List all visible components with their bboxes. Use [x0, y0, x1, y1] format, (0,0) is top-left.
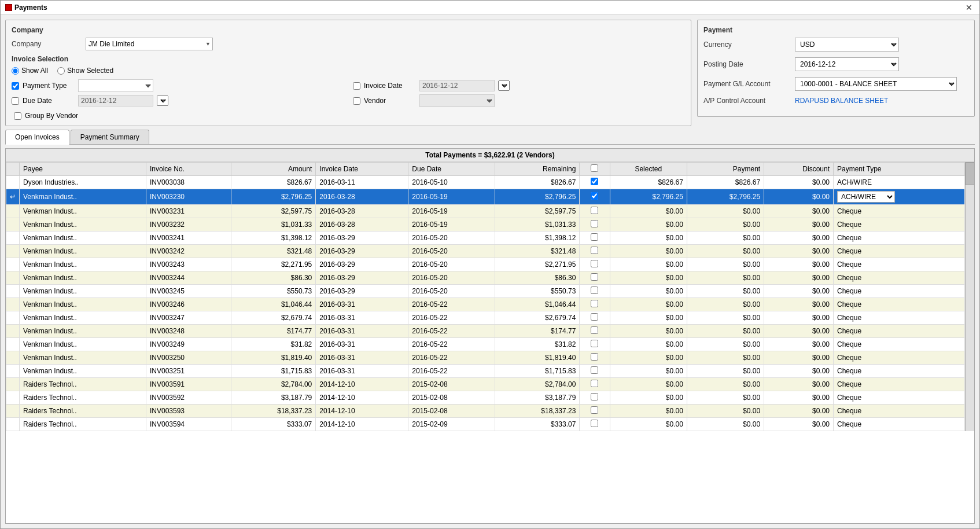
tab-open-invoices[interactable]: Open Invoices — [5, 130, 69, 145]
currency-select[interactable]: USD — [795, 38, 899, 52]
tabs-bar: Open Invoices Payment Summary — [5, 130, 975, 145]
cell-checkbox[interactable] — [580, 271, 610, 285]
row-select-checkbox[interactable] — [591, 340, 598, 347]
cell-payment-type: Cheque — [834, 271, 965, 285]
cell-due-date: 2016-05-19 — [408, 218, 495, 232]
cell-payment: $0.00 — [687, 218, 764, 232]
invoice-date-filter-label: Invoice Date — [364, 82, 416, 90]
invoice-selection-label: Invoice Selection — [12, 55, 685, 63]
cell-checkbox[interactable] — [580, 218, 610, 232]
cell-checkbox[interactable] — [580, 325, 610, 338]
vendor-filter-label: Vendor — [364, 97, 416, 105]
show-selected-radio[interactable] — [57, 67, 65, 75]
cell-payment-type[interactable]: ACH/WIRE — [834, 189, 965, 205]
vendor-checkbox[interactable] — [353, 97, 360, 105]
row-select-checkbox[interactable] — [591, 366, 598, 374]
row-select-checkbox[interactable] — [591, 393, 598, 401]
row-select-checkbox[interactable] — [591, 313, 598, 321]
cell-payment: $826.67 — [687, 176, 764, 189]
cell-remaining: $2,271.95 — [495, 258, 580, 271]
due-date-select[interactable]: ▼ — [157, 95, 168, 106]
table-row: Venkman Indust..INV003250$1,819.402016-0… — [6, 351, 965, 365]
select-all-checkbox[interactable] — [591, 164, 598, 172]
row-indicator — [6, 325, 20, 338]
invoice-date-checkbox[interactable] — [353, 82, 360, 90]
row-select-checkbox[interactable] — [591, 260, 598, 267]
cell-due-date: 2016-05-22 — [408, 338, 495, 351]
cell-checkbox[interactable] — [580, 176, 610, 189]
cell-payment-type: Cheque — [834, 205, 965, 218]
row-select-checkbox[interactable] — [591, 220, 598, 227]
col-remaining: Remaining — [495, 163, 580, 176]
cell-checkbox[interactable] — [580, 365, 610, 378]
cell-invoice-date: 2016-03-29 — [316, 271, 408, 285]
cell-checkbox[interactable] — [580, 351, 610, 365]
row-select-checkbox[interactable] — [591, 380, 598, 387]
cell-checkbox[interactable] — [580, 391, 610, 405]
cell-checkbox[interactable] — [580, 378, 610, 391]
row-select-checkbox[interactable] — [591, 300, 598, 307]
cell-remaining: $321.48 — [495, 245, 580, 258]
cell-selected-payment: $0.00 — [610, 311, 687, 325]
cell-discount: $0.00 — [764, 311, 834, 325]
row-select-checkbox[interactable] — [591, 286, 598, 294]
scrollbar[interactable] — [965, 162, 974, 431]
row-select-checkbox[interactable] — [591, 192, 598, 200]
cell-payment-type: Cheque — [834, 391, 965, 405]
cell-remaining: $550.73 — [495, 285, 580, 298]
table-body: Dyson Industries..INV003038$826.672016-0… — [6, 176, 965, 431]
vendor-select[interactable] — [419, 94, 495, 107]
due-date-input[interactable] — [78, 95, 153, 106]
cell-checkbox[interactable] — [580, 405, 610, 418]
cell-remaining: $86.30 — [495, 271, 580, 285]
cell-checkbox[interactable] — [580, 189, 610, 205]
close-button[interactable]: ✕ — [963, 3, 975, 12]
company-select[interactable]: JM Die Limited — [86, 38, 213, 50]
row-select-checkbox[interactable] — [591, 247, 598, 254]
show-all-radio-label[interactable]: Show All — [12, 67, 48, 75]
cell-remaining: $1,046.44 — [495, 298, 580, 311]
table-row: Raiders Technol..INV003593$18,337.232014… — [6, 405, 965, 418]
col-checkbox-all[interactable] — [580, 163, 610, 176]
cell-checkbox[interactable] — [580, 298, 610, 311]
cell-discount: $0.00 — [764, 176, 834, 189]
ap-control-link[interactable]: RDAPUSD BALANCE SHEET — [795, 97, 888, 105]
row-select-checkbox[interactable] — [591, 178, 598, 185]
cell-checkbox[interactable] — [580, 232, 610, 245]
cell-checkbox[interactable] — [580, 258, 610, 271]
invoice-date-input[interactable] — [419, 80, 495, 91]
cell-checkbox[interactable] — [580, 311, 610, 325]
payment-type-filter-select[interactable] — [78, 79, 153, 92]
row-select-checkbox[interactable] — [591, 326, 598, 334]
cell-invoice-no: INV003593 — [146, 405, 231, 418]
col-amount: Amount — [231, 163, 316, 176]
cell-invoice-date: 2016-03-28 — [316, 189, 408, 205]
scrollbar-thumb[interactable] — [966, 162, 975, 185]
cell-checkbox[interactable] — [580, 338, 610, 351]
cell-discount: $0.00 — [764, 271, 834, 285]
payment-type-checkbox[interactable] — [12, 82, 19, 90]
cell-payment-type: Cheque — [834, 365, 965, 378]
payment-gl-select[interactable]: 1000-0001 - BALANCE SHEET — [795, 77, 957, 91]
row-select-checkbox[interactable] — [591, 406, 598, 414]
row-select-checkbox[interactable] — [591, 420, 598, 427]
cell-checkbox[interactable] — [580, 418, 610, 431]
cell-checkbox[interactable] — [580, 285, 610, 298]
row-select-checkbox[interactable] — [591, 353, 598, 361]
row-select-checkbox[interactable] — [591, 273, 598, 281]
posting-date-select[interactable]: 2016-12-12 — [795, 57, 899, 71]
row-select-checkbox[interactable] — [591, 207, 598, 214]
tab-payment-summary[interactable]: Payment Summary — [71, 130, 149, 144]
row-indicator — [6, 405, 20, 418]
posting-date-label: Posting Date — [703, 60, 790, 68]
row-select-checkbox[interactable] — [591, 233, 598, 241]
due-date-checkbox[interactable] — [12, 97, 19, 105]
group-by-vendor-checkbox[interactable] — [14, 112, 21, 120]
show-all-radio[interactable] — [12, 67, 19, 75]
cell-checkbox[interactable] — [580, 245, 610, 258]
cell-checkbox[interactable] — [580, 205, 610, 218]
invoice-date-select[interactable]: ▼ — [498, 80, 510, 91]
show-selected-radio-label[interactable]: Show Selected — [57, 67, 113, 75]
payment-type-row-select[interactable]: ACH/WIRE — [837, 191, 895, 203]
invoice-date-row: Invoice Date ▼ — [353, 79, 685, 92]
